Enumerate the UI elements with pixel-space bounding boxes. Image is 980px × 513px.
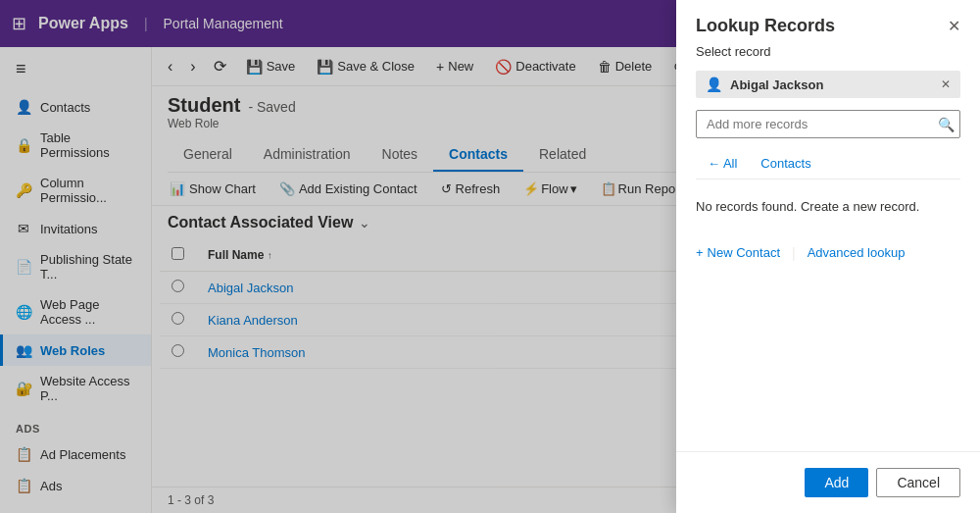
lookup-add-button[interactable]: Add <box>805 468 868 497</box>
link-separator: | <box>792 245 796 261</box>
lookup-footer: Add Cancel <box>676 451 980 513</box>
tag-remove-button[interactable]: ✕ <box>941 77 951 91</box>
lookup-action-links: + New Contact | Advanced lookup <box>676 233 980 272</box>
selected-tag-area: 👤 Abigal Jackson ✕ <box>696 71 960 98</box>
lookup-title: Lookup Records <box>696 16 835 36</box>
lookup-filter-contacts[interactable]: Contacts <box>749 150 822 179</box>
advanced-lookup-label: Advanced lookup <box>808 245 906 260</box>
no-records-message: No records found. Create a new record. <box>676 180 980 233</box>
lookup-filter-tabs: ← All Contacts <box>696 150 960 180</box>
lookup-panel: Lookup Records ✕ Select record 👤 Abigal … <box>676 0 980 513</box>
lookup-cancel-button[interactable]: Cancel <box>876 468 960 497</box>
lookup-search-button[interactable]: 🔍 <box>938 117 955 132</box>
tag-person-icon: 👤 <box>706 77 722 92</box>
advanced-lookup-button[interactable]: Advanced lookup <box>808 241 906 264</box>
lookup-filter-all[interactable]: ← All <box>696 150 749 179</box>
new-contact-button[interactable]: + New Contact <box>696 241 780 264</box>
lookup-header: Lookup Records ✕ <box>676 0 980 44</box>
plus-icon: + <box>696 245 704 260</box>
lookup-subtitle: Select record <box>676 44 980 71</box>
lookup-search-input[interactable] <box>696 110 960 138</box>
filter-contacts-label: Contacts <box>760 156 810 171</box>
filter-all-label: All <box>723 156 737 171</box>
lookup-close-button[interactable]: ✕ <box>948 17 960 35</box>
new-contact-label: New Contact <box>708 245 780 260</box>
back-arrow-icon: ← <box>708 156 720 171</box>
selected-tag-name: Abigal Jackson <box>730 77 933 92</box>
search-area: 🔍 <box>696 110 960 138</box>
